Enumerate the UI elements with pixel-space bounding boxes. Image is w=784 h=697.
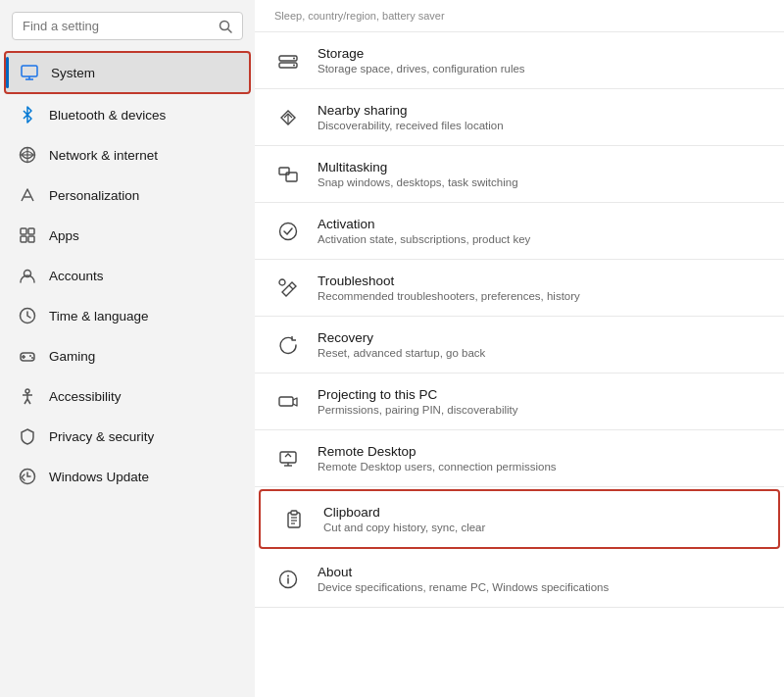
active-indicator — [6, 57, 9, 88]
item-title-remote-desktop: Remote Desktop — [318, 444, 557, 459]
svg-point-20 — [25, 389, 29, 393]
sidebar-item-personalization[interactable]: Personalization — [4, 175, 251, 215]
time-icon — [18, 306, 37, 325]
settings-item-projecting[interactable]: Projecting to this PC Permissions, pairi… — [255, 373, 784, 430]
item-desc-multitasking: Snap windows, desktops, task switching — [318, 176, 518, 188]
svg-rect-10 — [28, 228, 34, 234]
clipboard-icon — [280, 506, 308, 533]
item-text-storage: Storage Storage space, drives, configura… — [318, 46, 525, 75]
search-input[interactable] — [23, 19, 219, 33]
sidebar-item-label: Apps — [49, 228, 79, 243]
item-desc-nearby-sharing: Discoverability, received files location — [318, 120, 504, 131]
sidebar-item-label: Time & language — [49, 309, 149, 324]
item-text-nearby-sharing: Nearby sharing Discoverability, received… — [318, 103, 504, 131]
sidebar-item-accounts[interactable]: Accounts — [4, 256, 251, 295]
sidebar-item-label: Network & internet — [49, 148, 158, 163]
personalization-icon — [18, 185, 37, 205]
sidebar-item-label: System — [51, 66, 95, 80]
sidebar-item-windows-update[interactable]: Windows Update — [4, 457, 251, 496]
svg-rect-31 — [279, 168, 289, 174]
settings-item-storage[interactable]: Storage Storage space, drives, configura… — [255, 32, 784, 89]
item-text-remote-desktop: Remote Desktop Remote Desktop users, con… — [318, 444, 557, 473]
projecting-icon — [274, 388, 302, 416]
item-text-multitasking: Multitasking Snap windows, desktops, tas… — [318, 160, 518, 188]
sidebar-item-gaming[interactable]: Gaming — [4, 336, 251, 375]
item-title-nearby-sharing: Nearby sharing — [318, 103, 504, 118]
nearby-icon — [274, 104, 302, 131]
search-icon — [219, 20, 232, 33]
sidebar-item-label: Personalization — [49, 188, 139, 203]
about-icon — [274, 566, 302, 593]
sidebar-item-bluetooth[interactable]: Bluetooth & devices — [4, 95, 251, 134]
gaming-icon — [18, 346, 37, 366]
item-text-activation: Activation Activation state, subscriptio… — [318, 217, 530, 245]
svg-rect-36 — [279, 397, 293, 406]
sidebar-item-apps[interactable]: Apps — [4, 216, 251, 255]
item-title-storage: Storage — [318, 46, 525, 61]
activation-icon — [274, 218, 302, 245]
item-desc-storage: Storage space, drives, configuration rul… — [318, 63, 525, 75]
apps-icon — [18, 225, 37, 245]
svg-point-33 — [280, 223, 297, 239]
item-desc-recovery: Reset, advanced startup, go back — [318, 347, 485, 359]
svg-rect-12 — [28, 236, 34, 242]
update-icon — [18, 467, 37, 486]
settings-item-troubleshoot[interactable]: Troubleshoot Recommended troubleshooters… — [255, 260, 784, 317]
sidebar-item-label: Accessibility — [49, 389, 122, 404]
top-cut-text: Sleep, country/region, battery saver — [255, 0, 784, 32]
svg-point-29 — [293, 64, 295, 66]
sidebar-item-label: Windows Update — [49, 470, 149, 484]
svg-line-23 — [24, 399, 27, 404]
sidebar-item-network[interactable]: Network & internet — [4, 135, 251, 174]
item-desc-activation: Activation state, subscriptions, product… — [318, 233, 530, 245]
sidebar-item-label: Privacy & security — [49, 429, 154, 444]
svg-point-19 — [31, 357, 33, 359]
settings-item-clipboard[interactable]: Clipboard Cut and copy history, sync, cl… — [259, 489, 780, 549]
settings-item-recovery[interactable]: Recovery Reset, advanced startup, go bac… — [255, 317, 784, 373]
main-content: Sleep, country/region, battery saver Sto… — [255, 0, 784, 697]
accessibility-icon — [18, 386, 37, 406]
item-desc-projecting: Permissions, pairing PIN, discoverabilit… — [318, 404, 518, 416]
sidebar-item-label: Accounts — [49, 269, 104, 283]
svg-point-28 — [293, 57, 295, 59]
sidebar-item-time[interactable]: Time & language — [4, 296, 251, 335]
item-title-projecting: Projecting to this PC — [318, 387, 518, 402]
settings-item-about[interactable]: About Device specifications, rename PC, … — [255, 551, 784, 608]
multitask-icon — [274, 161, 302, 188]
item-desc-clipboard: Cut and copy history, sync, clear — [323, 522, 485, 533]
item-desc-troubleshoot: Recommended troubleshooters, preferences… — [318, 290, 580, 302]
settings-item-nearby-sharing[interactable]: Nearby sharing Discoverability, received… — [255, 89, 784, 146]
item-title-troubleshoot: Troubleshoot — [318, 274, 580, 288]
item-text-troubleshoot: Troubleshoot Recommended troubleshooters… — [318, 274, 580, 302]
item-title-multitasking: Multitasking — [318, 160, 518, 174]
sidebar-item-privacy[interactable]: Privacy & security — [4, 417, 251, 456]
remote-icon — [274, 445, 302, 473]
item-text-projecting: Projecting to this PC Permissions, pairi… — [318, 387, 518, 416]
search-container — [12, 12, 243, 40]
svg-line-34 — [289, 285, 293, 289]
sidebar-item-accessibility[interactable]: Accessibility — [4, 376, 251, 416]
item-desc-remote-desktop: Remote Desktop users, connection permiss… — [318, 461, 557, 473]
bluetooth-icon — [18, 105, 37, 124]
sidebar-item-system[interactable]: System — [4, 51, 251, 94]
item-title-recovery: Recovery — [318, 330, 485, 345]
item-desc-about: Device specifications, rename PC, Window… — [318, 581, 609, 593]
recovery-icon — [274, 331, 302, 359]
sidebar-item-label: Gaming — [49, 349, 95, 364]
item-title-about: About — [318, 565, 609, 579]
svg-rect-9 — [21, 228, 26, 234]
item-text-recovery: Recovery Reset, advanced startup, go bac… — [318, 330, 485, 359]
svg-rect-2 — [22, 66, 37, 76]
item-title-clipboard: Clipboard — [323, 505, 485, 520]
settings-item-multitasking[interactable]: Multitasking Snap windows, desktops, tas… — [255, 146, 784, 203]
svg-rect-41 — [291, 511, 297, 515]
settings-item-remote-desktop[interactable]: Remote Desktop Remote Desktop users, con… — [255, 430, 784, 487]
settings-item-activation[interactable]: Activation Activation state, subscriptio… — [255, 203, 784, 260]
svg-point-18 — [29, 355, 31, 357]
svg-line-1 — [228, 28, 232, 32]
item-text-about: About Device specifications, rename PC, … — [318, 565, 609, 593]
svg-rect-11 — [21, 236, 26, 242]
system-icon — [20, 63, 39, 82]
svg-point-47 — [287, 574, 289, 576]
storage-icon — [274, 47, 302, 75]
